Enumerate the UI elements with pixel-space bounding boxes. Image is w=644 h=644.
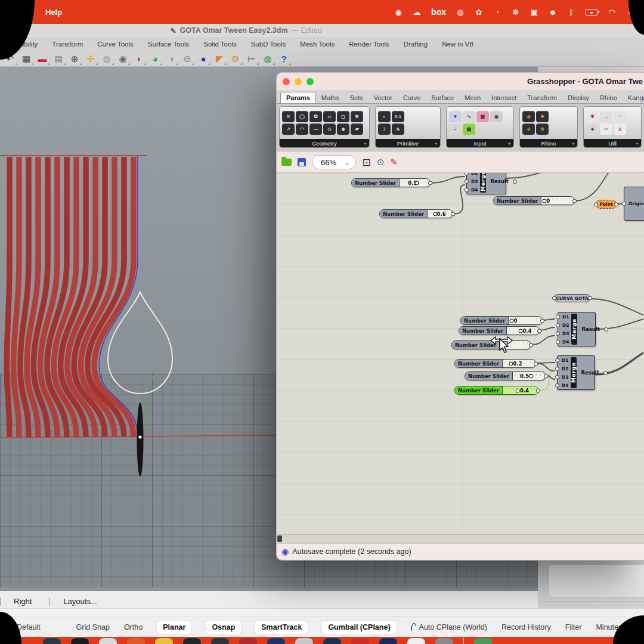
param-integer-icon[interactable]: 7 (378, 123, 391, 135)
zoom-extents-icon[interactable]: ⊡ (362, 156, 370, 169)
tab-intersect[interactable]: Intersect (486, 92, 522, 103)
color-sphere-icon[interactable]: ◕ (148, 53, 162, 65)
knob-icon[interactable]: ◉ (490, 111, 503, 122)
tab-kangaroo2[interactable]: Kangaroo2 (623, 92, 644, 103)
number-slider[interactable]: Number Slider 0 (460, 316, 543, 325)
param-vector-icon[interactable]: ↗ (282, 123, 295, 135)
number-slider-selected[interactable]: Number Slider 0.4 (454, 386, 538, 395)
param-point-icon[interactable]: ◇ (323, 123, 336, 135)
param-brep-icon[interactable]: ◆ (337, 123, 349, 135)
circle-center-icon[interactable]: ⊕ (68, 53, 81, 65)
status-record-history[interactable]: Record History (501, 623, 551, 631)
petal-badge-icon[interactable]: ✿ (475, 8, 483, 17)
tab-surface[interactable]: Surface (426, 92, 459, 103)
tree-icon[interactable]: ♣ (586, 123, 599, 135)
param-mesh-icon[interactable]: ❄ (351, 111, 363, 122)
merge-component[interactable]: D2 D3 D4 Merge Result (466, 173, 506, 194)
lightbulb-icon[interactable]: ◍ (100, 53, 113, 65)
viewport-tab-right[interactable]: Right (1, 597, 49, 606)
merge-component[interactable]: D1 D2 D3 D4 Merge Result (557, 355, 595, 390)
status-auto-cplane[interactable]: Auto CPlane (World) (419, 623, 487, 631)
grasshopper-canvas[interactable]: Number Slider 0.5 D2 D3 D4 Merge Result … (277, 173, 644, 534)
tab-curve[interactable]: Curve (398, 92, 426, 103)
status-planar[interactable]: Planar (157, 621, 191, 634)
param-plane-icon[interactable]: ▱ (323, 111, 336, 122)
zoom-level-select[interactable]: 66% ⌄ (312, 155, 356, 169)
merge-output[interactable]: Result (578, 312, 602, 346)
minimize-button[interactable] (295, 78, 302, 85)
scrollbar-thumb[interactable] (277, 535, 282, 542)
grid-sphere-icon[interactable]: ⊜ (181, 53, 194, 65)
number-slider[interactable]: Number Slider 0 (493, 196, 575, 205)
tab-vector[interactable]: Vector (369, 92, 398, 103)
viewport-layout-icon[interactable]: ▦ (20, 53, 33, 65)
group-expand[interactable]: + (434, 140, 438, 147)
rhino-tool-tab[interactable]: Drafting (397, 39, 435, 49)
data-recorder-icon[interactable]: ◔ (614, 111, 626, 122)
tab-mesh[interactable]: Mesh (459, 92, 486, 103)
merge-output[interactable]: Result (487, 173, 511, 194)
gray-sphere-icon[interactable]: ◑ (165, 53, 178, 65)
param-text-icon[interactable]: A (392, 123, 404, 135)
car-icon[interactable]: ▬ (36, 53, 49, 65)
tab-maths[interactable]: Maths (316, 92, 345, 103)
person-check-icon[interactable]: ☻ (549, 8, 557, 17)
relay-ghost-icon[interactable]: ⇨ (600, 123, 612, 135)
preview-eye-icon[interactable]: ⊙ (377, 157, 385, 168)
pizza-slice-icon[interactable]: ◗ (132, 53, 145, 65)
help-icon[interactable]: ? (277, 53, 290, 65)
open-file-icon[interactable] (281, 159, 292, 166)
tab-display[interactable]: Display (562, 92, 595, 103)
face-icon[interactable]: ◔ (493, 8, 501, 17)
rhino-geometry-icon[interactable]: ◆ (522, 111, 535, 122)
status-filter[interactable]: Filter (565, 623, 582, 631)
status-smarttrack[interactable]: SmartTrack (255, 621, 308, 634)
number-slider[interactable]: Number Slider 0.5 (351, 178, 431, 187)
wallet-icon[interactable]: ▣ (530, 8, 538, 17)
curva-gota-param[interactable]: CURVA GOTA (554, 294, 590, 302)
tab-params[interactable]: Params (280, 92, 316, 103)
import-icon[interactable]: ▼ (449, 111, 462, 122)
image-sampler-icon[interactable]: ▦ (463, 123, 475, 135)
merge-component[interactable]: D1 D2 D3 D4 Merge Result (558, 312, 596, 346)
group-expand[interactable]: + (363, 140, 367, 147)
param-spiral-icon[interactable]: ❂ (309, 111, 322, 122)
menu-item-help[interactable]: Help (45, 8, 62, 17)
gradient-icon[interactable]: ▦ (476, 111, 489, 122)
bee-icon[interactable]: ❋ (512, 8, 520, 17)
record-icon[interactable]: ◉ (394, 8, 402, 17)
battery-icon[interactable]: ▰ (586, 9, 597, 16)
number-slider[interactable]: Number Slider 0.50 (465, 371, 546, 380)
rhino-tool-tab[interactable]: Mesh Tools (293, 39, 342, 49)
group-expand[interactable]: + (507, 140, 511, 147)
group-expand[interactable]: + (571, 140, 575, 147)
globe-badge-icon[interactable]: ◍ (456, 8, 465, 17)
lock-icon[interactable]: ◉ (116, 53, 129, 65)
merge-output[interactable]: Result (578, 356, 602, 389)
param-arc-icon[interactable]: ◠ (296, 123, 308, 135)
status-ortho[interactable]: Ortho (124, 623, 143, 631)
viewport-tab-layouts[interactable]: Layouts... (50, 597, 114, 606)
bluetooth-icon[interactable]: ᛒ (567, 8, 575, 17)
canvas-h-scrollbar[interactable] (277, 534, 644, 543)
param-boolean-icon[interactable]: ◐ (378, 111, 391, 122)
status-gumball[interactable]: Gumball (CPlane) (322, 621, 396, 634)
history-tree-icon[interactable]: ⊢ (245, 53, 258, 65)
panel-icon[interactable]: ≡ (449, 123, 462, 135)
yz-plane-component[interactable]: Origin YZ Plane (624, 187, 644, 221)
rhino-tool-tab[interactable]: Solid Tools (196, 39, 243, 49)
status-layer-default[interactable]: Default (17, 623, 41, 631)
param-circle-icon[interactable]: ◯ (296, 111, 308, 122)
status-grid-snap[interactable]: Grid Snap (76, 623, 110, 631)
rhino-layer-icon[interactable]: ≋ (536, 123, 549, 135)
status-osnap[interactable]: Osnap (206, 621, 241, 634)
point-param[interactable]: Point (596, 200, 617, 209)
graph-mapper-icon[interactable]: ∿ (463, 111, 475, 122)
close-button[interactable] (283, 78, 290, 85)
number-slider[interactable]: Number Slider 0.2 (454, 359, 536, 368)
param-line-icon[interactable]: — (309, 123, 322, 135)
tab-transform[interactable]: Transform (522, 92, 562, 103)
box-logo[interactable]: box (431, 7, 446, 17)
sketch-pen-icon[interactable]: ✎ (390, 157, 398, 168)
wifi-icon[interactable]: ◠ (608, 8, 616, 17)
